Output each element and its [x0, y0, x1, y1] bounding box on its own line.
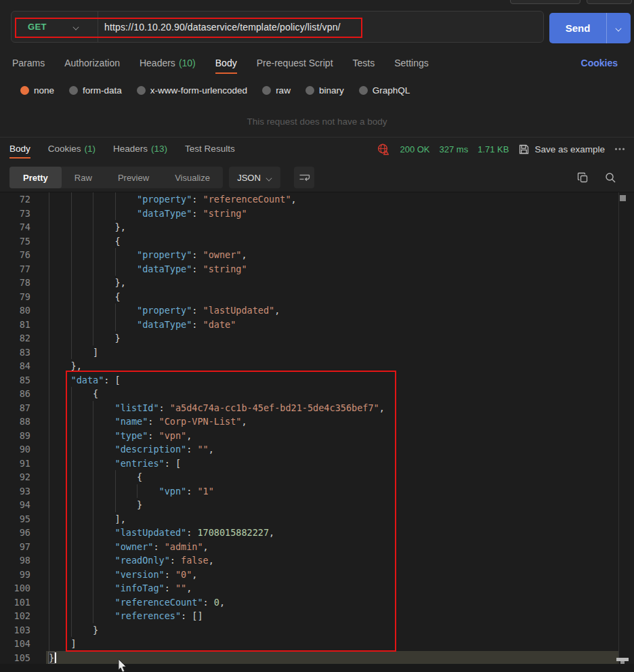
top-toolbar-button-1[interactable]	[510, 0, 580, 4]
indent-guide	[71, 345, 72, 360]
search-icon[interactable]	[605, 172, 616, 184]
tab-pre-request-script[interactable]: Pre-request Script	[257, 56, 333, 74]
indent-guide	[93, 429, 93, 443]
indent-guide	[49, 484, 49, 499]
code-text: },	[115, 220, 126, 234]
code-text: }	[115, 331, 121, 345]
radio-binary[interactable]: binary	[305, 85, 344, 96]
response-tab-body[interactable]: Body	[9, 142, 30, 159]
radio-dot	[69, 86, 78, 95]
response-tab-headers[interactable]: Headers(13)	[113, 142, 167, 159]
indent-guide	[71, 540, 72, 554]
more-options-icon[interactable]	[614, 147, 625, 151]
top-toolbar-button-2[interactable]	[587, 0, 632, 4]
code-text: "dataType": "string"	[137, 207, 247, 221]
line-number: 94	[0, 498, 30, 512]
radio-dot	[305, 86, 314, 95]
indent-guide	[71, 581, 72, 595]
method-selector[interactable]: GET	[12, 12, 98, 42]
indent-guide	[49, 415, 49, 429]
indent-guide	[93, 498, 93, 512]
view-pretty[interactable]: Pretty	[9, 167, 62, 188]
indent-guide	[115, 318, 116, 332]
indent-guide	[49, 318, 49, 332]
indent-guide	[71, 568, 72, 582]
line-number: 90	[0, 442, 30, 457]
radio-graphql[interactable]: GraphQL	[359, 85, 410, 96]
tab-body[interactable]: Body	[215, 56, 237, 74]
indent-guide	[93, 234, 93, 249]
radio-form-data[interactable]: form-data	[69, 85, 122, 96]
save-as-example-button[interactable]: Save as example	[518, 144, 605, 155]
code-line: 81"dataType": "date"	[0, 318, 634, 332]
tab-tests[interactable]: Tests	[353, 56, 375, 74]
wrap-text-button[interactable]	[294, 167, 314, 188]
indent-guide	[71, 192, 72, 207]
indent-guide	[49, 637, 49, 651]
view-visualize[interactable]: Visualize	[162, 167, 223, 188]
indent-guide	[71, 415, 72, 429]
indent-guide	[93, 276, 93, 290]
response-time[interactable]: 327 ms	[440, 144, 469, 154]
indent-guide	[93, 207, 93, 221]
code-line: 87"listId": "a5d4c74a-cc1b-45ef-bd21-5de…	[0, 401, 634, 415]
section-divider[interactable]	[0, 137, 634, 138]
tab-settings[interactable]: Settings	[394, 56, 429, 74]
ssl-warning-globe-icon[interactable]	[377, 143, 390, 155]
chevron-down-icon	[266, 175, 272, 181]
code-line: 104]	[0, 637, 634, 651]
indent-guide	[49, 568, 49, 582]
cookies-link[interactable]: Cookies	[581, 58, 618, 68]
indent-guide	[71, 623, 72, 637]
radio-x-www-form-urlencoded[interactable]: x-www-form-urlencoded	[137, 85, 247, 96]
response-view-switcher: Pretty Raw Preview Visualize	[9, 167, 223, 188]
indent-guide	[49, 526, 49, 540]
indent-guide	[71, 512, 72, 526]
indent-guide	[93, 290, 93, 304]
status-badge[interactable]: 200 OK	[400, 144, 429, 154]
tab-authorization[interactable]: Authorization	[64, 56, 120, 74]
radio-dot	[137, 86, 146, 95]
code-line: 79{	[0, 290, 634, 304]
indent-guide	[49, 512, 49, 526]
copy-icon[interactable]	[577, 172, 589, 184]
code-text: {	[115, 290, 121, 304]
code-text: "lastUpdated": 1708015882227,	[115, 526, 275, 540]
indent-guide	[49, 401, 49, 415]
view-preview[interactable]: Preview	[105, 167, 162, 188]
send-button[interactable]: Send	[549, 13, 631, 43]
indent-guide	[71, 290, 72, 304]
indent-guide	[71, 401, 72, 415]
indent-guide	[49, 498, 49, 512]
code-line: 82}	[0, 331, 634, 345]
code-text: {	[137, 470, 142, 484]
code-line: 89"type": "vpn",	[0, 429, 634, 443]
response-body-editor[interactable]: 72"property": "referenceCount",73"dataTy…	[0, 192, 634, 664]
url-bar: GET https://10.10.20.90/dataservice/temp…	[11, 11, 544, 43]
view-raw[interactable]: Raw	[62, 167, 105, 188]
response-tab-cookies[interactable]: Cookies(1)	[48, 142, 96, 159]
indent-guide	[115, 192, 116, 207]
radio-raw[interactable]: raw	[262, 85, 291, 96]
radio-dot	[20, 86, 29, 95]
tab-headers[interactable]: Headers(10)	[140, 56, 196, 74]
indent-guide	[71, 276, 72, 290]
send-options-button[interactable]	[607, 13, 631, 43]
radio-none[interactable]: none	[20, 85, 54, 96]
code-text: }	[93, 623, 98, 637]
response-size[interactable]: 1.71 KB	[478, 144, 509, 154]
indent-guide	[93, 262, 93, 276]
response-tab-test-results[interactable]: Test Results	[185, 142, 235, 159]
indent-guide	[49, 581, 49, 595]
indent-guide	[93, 540, 93, 554]
line-number: 73	[0, 207, 30, 221]
language-selector[interactable]: JSON	[229, 167, 280, 188]
code-line: 103}	[0, 623, 634, 637]
radio-dot	[359, 86, 368, 95]
vertical-scrollbar-thumb[interactable]	[620, 195, 626, 201]
vertical-scrollbar-track[interactable]	[618, 192, 619, 664]
indent-guide	[93, 553, 93, 568]
url-input[interactable]: https://10.10.20.90/dataservice/template…	[98, 22, 341, 33]
mouse-cursor	[118, 659, 129, 672]
tab-params[interactable]: Params	[12, 56, 45, 74]
